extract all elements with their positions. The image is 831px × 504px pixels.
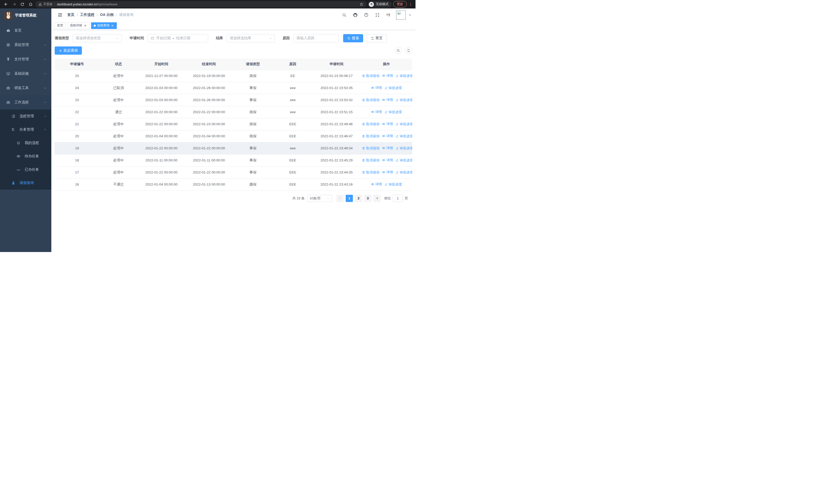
- action-label: 详情: [386, 170, 393, 175]
- progress-action-link[interactable]: 审批进度: [396, 134, 412, 139]
- jump-page-input[interactable]: 1: [393, 195, 403, 202]
- close-icon[interactable]: [111, 24, 114, 27]
- tab-请假查询[interactable]: 请假查询: [91, 22, 117, 29]
- page-button-2[interactable]: 2: [355, 195, 362, 202]
- github-icon[interactable]: [352, 11, 359, 18]
- result-select[interactable]: 请选择流结果: [227, 34, 275, 42]
- sidebar-item-请假查询[interactable]: 请假查询: [0, 176, 51, 190]
- sidebar-item-研发工具[interactable]: 研发工具: [0, 81, 51, 95]
- sidebar-item-已办任务[interactable]: 已办任务: [0, 163, 51, 176]
- detail-action-link[interactable]: 详情: [382, 73, 393, 78]
- tab-流程详情[interactable]: 流程详情: [67, 22, 90, 29]
- start-date-placeholder: 开始日期: [156, 36, 171, 40]
- sidebar-item-流程管理[interactable]: 流程管理: [0, 110, 51, 123]
- breadcrumb-item-OA 示例[interactable]: OA 示例: [100, 12, 113, 17]
- progress-action-link[interactable]: 审批进度: [396, 122, 412, 126]
- browser-menu-icon[interactable]: [408, 2, 413, 6]
- cancel-action-link[interactable]: 取消请假: [362, 170, 379, 175]
- sidebar-item-我的流程[interactable]: 我的流程: [0, 136, 51, 150]
- detail-action-link[interactable]: 详情: [371, 85, 382, 90]
- detail-action-link[interactable]: 详情: [382, 158, 393, 162]
- browser-toolbar: 不安全 dashboard.yudao.iocoder.cn/bpm/oa/le…: [0, 0, 416, 8]
- table-row: 16不通过2022-01-04 00:00:002022-01-13 00:00…: [55, 178, 412, 190]
- toolbox-icon: [5, 86, 11, 90]
- eye-icon: [382, 98, 385, 101]
- help-icon[interactable]: [363, 11, 370, 18]
- progress-action-link[interactable]: 审批进度: [384, 182, 402, 187]
- close-icon[interactable]: [83, 24, 87, 27]
- page-size-select[interactable]: 10条/页: [307, 195, 332, 202]
- refresh-table-button[interactable]: [405, 47, 412, 54]
- progress-action-link[interactable]: 审批进度: [396, 170, 412, 175]
- security-warning[interactable]: 不安全: [38, 2, 53, 6]
- search-icon[interactable]: [341, 11, 347, 18]
- cancel-action-link[interactable]: 取消请假: [362, 122, 379, 126]
- detail-action-link[interactable]: 详情: [371, 110, 382, 114]
- cell-status: 处理中: [99, 130, 138, 142]
- breadcrumb-item-工作流程[interactable]: 工作流程: [80, 12, 94, 17]
- browser-home-icon[interactable]: [27, 1, 34, 8]
- column-header-状态: 状态: [99, 59, 138, 70]
- browser-reload-icon[interactable]: [19, 1, 26, 8]
- action-label: 取消请假: [366, 146, 379, 151]
- browser-forward-icon[interactable]: [11, 1, 18, 8]
- avatar-caret-icon[interactable]: [408, 13, 411, 17]
- sidebar-item-任务管理[interactable]: 任务管理: [0, 123, 51, 136]
- leave-type-select[interactable]: 请选择请假类型: [73, 34, 122, 42]
- app-logo-row[interactable]: 芋道管理系统: [0, 8, 51, 22]
- tab-首页[interactable]: 首页: [54, 22, 66, 29]
- progress-action-link[interactable]: 审批进度: [384, 110, 402, 114]
- progress-action-link[interactable]: 审批进度: [384, 86, 402, 90]
- toggle-search-button[interactable]: [395, 47, 402, 54]
- cancel-action-link[interactable]: 取消请假: [362, 98, 379, 102]
- detail-action-link[interactable]: 详情: [371, 182, 382, 186]
- next-page-button[interactable]: [373, 195, 381, 202]
- bookmark-star-icon[interactable]: [360, 2, 364, 6]
- sidebar-item-首页[interactable]: 首页: [0, 23, 51, 38]
- reset-button[interactable]: 重置: [367, 34, 387, 42]
- sidebar-collapse-icon[interactable]: [55, 10, 65, 20]
- detail-action-link[interactable]: 详情: [382, 122, 393, 126]
- cell-end: 2022-01-22 00:00:00: [185, 142, 232, 154]
- sidebar-item-支付管理[interactable]: ¥支付管理: [0, 52, 51, 66]
- navbar: 首页/工作流程/OA 示例/请假查询 TT: [51, 8, 416, 21]
- font-size-icon[interactable]: TT: [385, 11, 392, 18]
- url-text[interactable]: dashboard.yudao.iocoder.cn/bpm/oa/leave: [57, 3, 357, 6]
- sidebar-item-工作流程[interactable]: 工作流程: [0, 95, 51, 110]
- cancel-action-link[interactable]: 取消请假: [362, 158, 379, 163]
- address-bar[interactable]: 不安全 dashboard.yudao.iocoder.cn/bpm/oa/le…: [35, 1, 367, 7]
- prev-page-button[interactable]: [337, 195, 344, 202]
- detail-action-link[interactable]: 详情: [382, 97, 393, 102]
- progress-action-link[interactable]: 审批进度: [396, 146, 412, 151]
- cancel-action-link[interactable]: 取消请假: [362, 73, 379, 78]
- sidebar-item-系统管理[interactable]: 系统管理: [0, 38, 51, 52]
- cancel-action-link[interactable]: 取消请假: [362, 146, 379, 151]
- apply-time-range-input[interactable]: 开始日期 - 结束日期: [148, 34, 208, 42]
- sidebar-item-待办任务[interactable]: 待办任务: [0, 150, 51, 163]
- page-button-3[interactable]: 3: [364, 195, 371, 202]
- breadcrumb-item-请假查询: 请假查询: [119, 12, 134, 17]
- avatar[interactable]: [396, 10, 406, 20]
- detail-action-link[interactable]: 详情: [382, 134, 393, 138]
- cell-start: 2022-01-22 00:00:00: [138, 142, 185, 154]
- yen-icon: ¥: [5, 57, 11, 61]
- cell-id: 20: [55, 130, 99, 142]
- progress-action-link[interactable]: 审批进度: [396, 98, 412, 102]
- sidebar-item-基础设施[interactable]: 基础设施: [0, 66, 51, 81]
- action-label: 审批进度: [400, 146, 412, 151]
- search-button[interactable]: 搜索: [343, 34, 363, 42]
- breadcrumb-item-首页[interactable]: 首页: [67, 12, 75, 17]
- fullscreen-icon[interactable]: [374, 11, 381, 18]
- progress-action-link[interactable]: 审批进度: [396, 158, 412, 163]
- reason-input[interactable]: 请输入原因: [293, 34, 339, 42]
- cancel-action-link[interactable]: 取消请假: [362, 134, 379, 139]
- progress-action-link[interactable]: 审批进度: [396, 73, 412, 78]
- browser-update-button[interactable]: 更新: [393, 1, 407, 7]
- detail-action-link[interactable]: 详情: [382, 146, 393, 150]
- browser-back-icon[interactable]: [3, 1, 9, 8]
- create-leave-button[interactable]: 发起请假: [55, 47, 82, 55]
- page-button-1[interactable]: 1: [346, 195, 353, 202]
- cell-status: 处理中: [99, 118, 138, 130]
- detail-action-link[interactable]: 详情: [382, 170, 393, 175]
- sidebar-menu: 首页系统管理¥支付管理基础设施研发工具工作流程流程管理任务管理我的流程待办任务已…: [0, 23, 51, 190]
